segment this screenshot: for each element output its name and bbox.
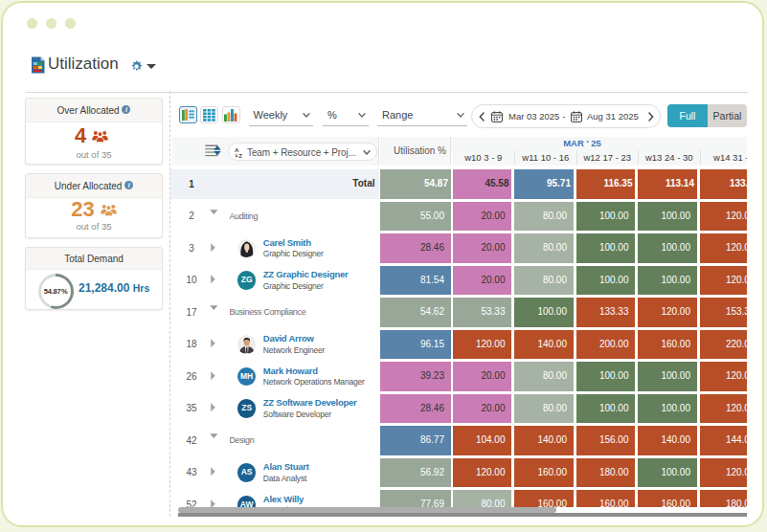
svg-text:Z: Z bbox=[238, 152, 242, 159]
